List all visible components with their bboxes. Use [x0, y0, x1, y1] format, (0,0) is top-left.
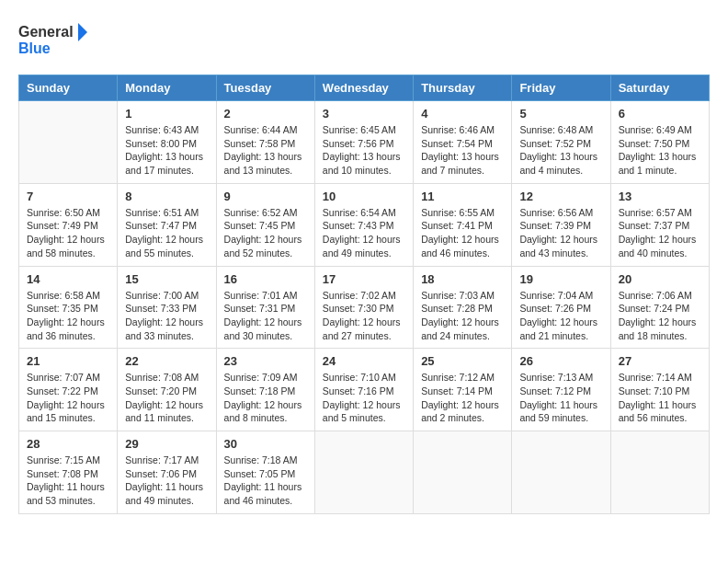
calendar-cell: 16Sunrise: 7:01 AM Sunset: 7:31 PM Dayli…	[216, 266, 314, 349]
day-info: Sunrise: 6:43 AM Sunset: 8:00 PM Dayligh…	[125, 123, 208, 178]
day-number: 25	[421, 354, 504, 368]
day-number: 13	[619, 190, 701, 203]
day-number: 30	[224, 437, 307, 451]
calendar-cell	[19, 101, 118, 184]
day-info: Sunrise: 6:45 AM Sunset: 7:56 PM Dayligh…	[323, 123, 405, 178]
day-number: 2	[224, 107, 307, 121]
day-number: 16	[224, 272, 307, 286]
day-info: Sunrise: 7:04 AM Sunset: 7:26 PM Dayligh…	[519, 289, 602, 343]
day-number: 8	[125, 190, 208, 203]
calendar-cell: 25Sunrise: 7:12 AM Sunset: 7:14 PM Dayli…	[414, 349, 512, 431]
calendar-cell: 26Sunrise: 7:13 AM Sunset: 7:12 PM Dayli…	[512, 349, 610, 431]
calendar-cell: 12Sunrise: 6:56 AM Sunset: 7:39 PM Dayli…	[512, 183, 610, 266]
day-number: 3	[323, 107, 405, 121]
day-info: Sunrise: 6:51 AM Sunset: 7:47 PM Dayligh…	[125, 206, 208, 260]
day-info: Sunrise: 7:06 AM Sunset: 7:24 PM Dayligh…	[619, 289, 701, 343]
calendar-cell: 18Sunrise: 7:03 AM Sunset: 7:28 PM Dayli…	[414, 266, 512, 349]
day-number: 11	[421, 190, 504, 203]
header-cell-thursday: Thursday	[414, 75, 512, 101]
day-info: Sunrise: 6:58 AM Sunset: 7:35 PM Dayligh…	[27, 289, 109, 343]
day-number: 27	[619, 354, 701, 368]
day-number: 29	[125, 437, 208, 451]
day-info: Sunrise: 7:12 AM Sunset: 7:14 PM Dayligh…	[421, 371, 504, 425]
calendar-cell	[610, 431, 709, 514]
day-info: Sunrise: 6:57 AM Sunset: 7:37 PM Dayligh…	[619, 206, 701, 260]
calendar-cell: 22Sunrise: 7:08 AM Sunset: 7:20 PM Dayli…	[118, 349, 216, 431]
day-number: 5	[519, 107, 602, 121]
calendar-cell: 9Sunrise: 6:52 AM Sunset: 7:45 PM Daylig…	[216, 183, 314, 266]
calendar-cell: 1Sunrise: 6:43 AM Sunset: 8:00 PM Daylig…	[118, 101, 216, 184]
calendar-cell: 24Sunrise: 7:10 AM Sunset: 7:16 PM Dayli…	[314, 349, 413, 431]
calendar-cell: 13Sunrise: 6:57 AM Sunset: 7:37 PM Dayli…	[610, 183, 709, 266]
day-info: Sunrise: 7:18 AM Sunset: 7:05 PM Dayligh…	[224, 454, 307, 508]
calendar-cell: 7Sunrise: 6:50 AM Sunset: 7:49 PM Daylig…	[19, 183, 118, 266]
svg-text:General: General	[18, 24, 74, 40]
calendar-week-2: 7Sunrise: 6:50 AM Sunset: 7:49 PM Daylig…	[19, 183, 710, 266]
calendar-week-1: 1Sunrise: 6:43 AM Sunset: 8:00 PM Daylig…	[19, 101, 710, 184]
day-number: 12	[519, 190, 602, 203]
day-number: 1	[125, 107, 208, 121]
calendar-cell: 14Sunrise: 6:58 AM Sunset: 7:35 PM Dayli…	[19, 266, 118, 349]
calendar-cell: 4Sunrise: 6:46 AM Sunset: 7:54 PM Daylig…	[414, 101, 512, 184]
calendar-cell: 2Sunrise: 6:44 AM Sunset: 7:58 PM Daylig…	[216, 101, 314, 184]
day-info: Sunrise: 7:17 AM Sunset: 7:06 PM Dayligh…	[125, 454, 208, 508]
svg-marker-1	[78, 23, 87, 41]
day-number: 20	[619, 272, 701, 286]
day-info: Sunrise: 7:13 AM Sunset: 7:12 PM Dayligh…	[519, 371, 602, 425]
header: GeneralBlue	[18, 18, 710, 60]
svg-text:Blue: Blue	[18, 40, 51, 56]
day-info: Sunrise: 6:49 AM Sunset: 7:50 PM Dayligh…	[619, 123, 701, 178]
day-info: Sunrise: 7:08 AM Sunset: 7:20 PM Dayligh…	[125, 371, 208, 425]
calendar-week-4: 21Sunrise: 7:07 AM Sunset: 7:22 PM Dayli…	[19, 349, 710, 431]
day-number: 26	[519, 354, 602, 368]
day-info: Sunrise: 7:03 AM Sunset: 7:28 PM Dayligh…	[421, 289, 504, 343]
calendar-cell: 6Sunrise: 6:49 AM Sunset: 7:50 PM Daylig…	[610, 101, 709, 184]
calendar-cell: 28Sunrise: 7:15 AM Sunset: 7:08 PM Dayli…	[19, 431, 118, 514]
day-number: 4	[421, 107, 504, 121]
calendar: SundayMondayTuesdayWednesdayThursdayFrid…	[18, 75, 710, 514]
day-number: 17	[323, 272, 405, 286]
day-info: Sunrise: 6:55 AM Sunset: 7:41 PM Dayligh…	[421, 206, 504, 260]
calendar-cell: 3Sunrise: 6:45 AM Sunset: 7:56 PM Daylig…	[314, 101, 413, 184]
calendar-cell: 10Sunrise: 6:54 AM Sunset: 7:43 PM Dayli…	[314, 183, 413, 266]
day-info: Sunrise: 6:54 AM Sunset: 7:43 PM Dayligh…	[323, 206, 405, 260]
calendar-week-5: 28Sunrise: 7:15 AM Sunset: 7:08 PM Dayli…	[19, 431, 710, 514]
day-info: Sunrise: 6:44 AM Sunset: 7:58 PM Dayligh…	[224, 123, 307, 178]
day-info: Sunrise: 7:15 AM Sunset: 7:08 PM Dayligh…	[27, 454, 109, 508]
logo-svg: GeneralBlue	[18, 18, 92, 60]
day-info: Sunrise: 6:46 AM Sunset: 7:54 PM Dayligh…	[421, 123, 504, 178]
day-info: Sunrise: 6:50 AM Sunset: 7:49 PM Dayligh…	[27, 206, 109, 260]
day-info: Sunrise: 7:07 AM Sunset: 7:22 PM Dayligh…	[27, 371, 109, 425]
calendar-cell: 5Sunrise: 6:48 AM Sunset: 7:52 PM Daylig…	[512, 101, 610, 184]
day-number: 28	[27, 437, 109, 451]
calendar-cell	[414, 431, 512, 514]
calendar-cell: 20Sunrise: 7:06 AM Sunset: 7:24 PM Dayli…	[610, 266, 709, 349]
header-cell-monday: Monday	[118, 75, 216, 101]
calendar-cell: 11Sunrise: 6:55 AM Sunset: 7:41 PM Dayli…	[414, 183, 512, 266]
day-info: Sunrise: 7:10 AM Sunset: 7:16 PM Dayligh…	[323, 371, 405, 425]
calendar-cell: 27Sunrise: 7:14 AM Sunset: 7:10 PM Dayli…	[610, 349, 709, 431]
calendar-cell: 23Sunrise: 7:09 AM Sunset: 7:18 PM Dayli…	[216, 349, 314, 431]
calendar-cell: 17Sunrise: 7:02 AM Sunset: 7:30 PM Dayli…	[314, 266, 413, 349]
calendar-cell	[314, 431, 413, 514]
calendar-cell: 29Sunrise: 7:17 AM Sunset: 7:06 PM Dayli…	[118, 431, 216, 514]
calendar-cell: 8Sunrise: 6:51 AM Sunset: 7:47 PM Daylig…	[118, 183, 216, 266]
day-info: Sunrise: 6:52 AM Sunset: 7:45 PM Dayligh…	[224, 206, 307, 260]
header-cell-sunday: Sunday	[19, 75, 118, 101]
day-number: 10	[323, 190, 405, 203]
day-info: Sunrise: 7:09 AM Sunset: 7:18 PM Dayligh…	[224, 371, 307, 425]
day-number: 18	[421, 272, 504, 286]
day-number: 23	[224, 354, 307, 368]
day-number: 22	[125, 354, 208, 368]
header-cell-friday: Friday	[512, 75, 610, 101]
logo: GeneralBlue	[18, 18, 92, 60]
calendar-cell: 21Sunrise: 7:07 AM Sunset: 7:22 PM Dayli…	[19, 349, 118, 431]
day-info: Sunrise: 6:48 AM Sunset: 7:52 PM Dayligh…	[519, 123, 602, 178]
calendar-cell: 19Sunrise: 7:04 AM Sunset: 7:26 PM Dayli…	[512, 266, 610, 349]
day-number: 24	[323, 354, 405, 368]
day-number: 15	[125, 272, 208, 286]
day-info: Sunrise: 6:56 AM Sunset: 7:39 PM Dayligh…	[519, 206, 602, 260]
day-number: 14	[27, 272, 109, 286]
header-cell-saturday: Saturday	[610, 75, 709, 101]
day-number: 21	[27, 354, 109, 368]
